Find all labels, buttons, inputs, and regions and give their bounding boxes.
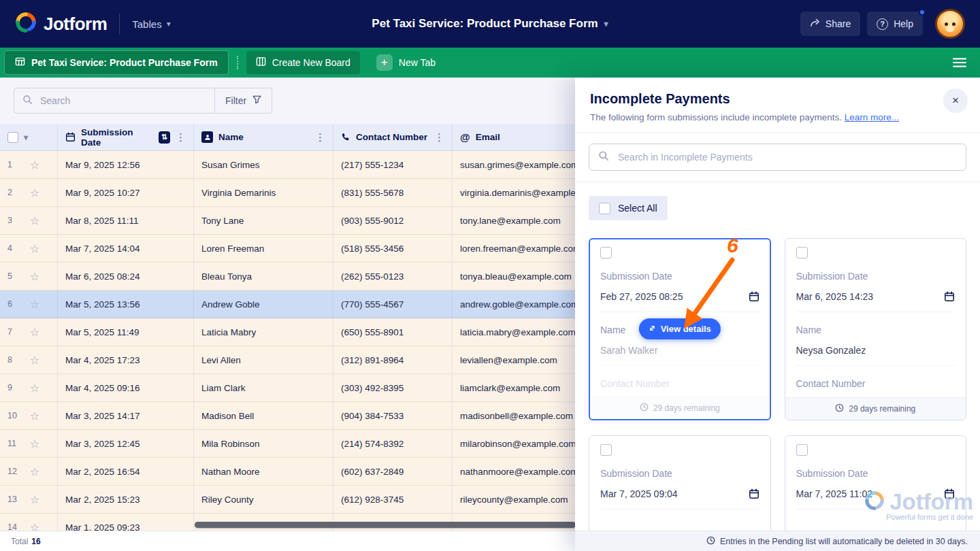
row-number: 13 — [7, 495, 20, 504]
cell-name: Bleau Tonya — [194, 263, 333, 290]
help-button[interactable]: ? Help — [867, 12, 923, 36]
star-icon[interactable]: ☆ — [30, 437, 39, 450]
card-checkbox[interactable] — [600, 247, 612, 258]
view-details-button[interactable]: View details — [639, 318, 721, 339]
card-expiry-footer: 29 days remaining — [590, 397, 770, 419]
form-title-dropdown[interactable]: Pet Taxi Service: Product Purchase Form … — [372, 17, 608, 31]
payment-card[interactable]: Submission Date Feb 27, 2025 08:25 Name — [589, 238, 771, 420]
star-icon[interactable]: ☆ — [30, 465, 39, 478]
calendar-icon — [944, 291, 955, 302]
row-select-cell: 6 ☆ — [0, 290, 58, 318]
new-tab-button[interactable]: + New Tab — [367, 51, 445, 74]
jotform-logo[interactable]: Jotform — [15, 12, 107, 36]
close-icon[interactable]: × — [943, 88, 968, 113]
filter-button[interactable]: Filter — [215, 88, 272, 114]
cell-contact-number: (217) 555-1234 — [333, 151, 453, 178]
panel-subtitle: The following form submissions include i… — [590, 112, 965, 122]
nav-tables-dropdown[interactable]: Tables ▾ — [132, 18, 170, 30]
field-value-date: Mar 6, 2025 14:23 — [796, 291, 956, 312]
cell-contact-number: (904) 384-7533 — [333, 402, 453, 429]
select-all-control[interactable]: Select All — [589, 196, 668, 220]
star-icon[interactable]: ☆ — [30, 158, 39, 171]
tab-active-board[interactable]: Pet Taxi Service: Product Purchase Form — [4, 50, 229, 75]
view-details-label: View details — [661, 324, 711, 334]
cell-name: Liam Clark — [194, 374, 333, 401]
star-icon[interactable]: ☆ — [30, 326, 39, 339]
cell-contact-number: (262) 555-0123 — [333, 263, 453, 290]
calendar-icon — [749, 488, 760, 499]
active-tab-label: Pet Taxi Service: Product Purchase Form — [31, 57, 218, 68]
days-remaining: 29 days remaining — [849, 404, 915, 414]
learn-more-link[interactable]: Learn more... — [845, 112, 899, 122]
field-value-date: Mar 7, 2025 11:02 — [796, 488, 956, 510]
sort-indicator[interactable]: ⇅ — [159, 131, 170, 144]
nav-tables-label: Tables — [132, 18, 161, 30]
column-header-submission-date[interactable]: Submission Date ⇅ ⋮ — [58, 124, 194, 150]
cell-name: Nathan Moore — [194, 458, 333, 485]
cell-contact-number: (303) 492-8395 — [333, 374, 453, 401]
star-icon[interactable]: ☆ — [30, 382, 39, 395]
card-checkbox[interactable] — [600, 444, 612, 456]
header-checkbox[interactable] — [7, 132, 18, 143]
star-icon[interactable]: ☆ — [30, 410, 39, 422]
avatar[interactable] — [935, 9, 965, 39]
board-menu-button[interactable] — [949, 56, 970, 69]
payment-card[interactable]: Submission Date Mar 6, 2025 14:23 Name N… — [785, 238, 967, 420]
row-number: 12 — [7, 467, 20, 476]
column-header-name[interactable]: Name ⋮ — [194, 124, 333, 150]
panel-search[interactable] — [589, 144, 966, 171]
calendar-icon — [65, 132, 76, 142]
select-all-checkbox[interactable] — [599, 203, 610, 214]
row-select-cell: 11 ☆ — [0, 430, 58, 457]
row-select-cell: 13 ☆ — [0, 486, 58, 513]
column-header-contact-number[interactable]: Contact Number ⋮ — [333, 124, 453, 150]
row-select-cell: 3 ☆ — [0, 207, 58, 234]
row-number: 3 — [7, 216, 20, 225]
share-button[interactable]: Share — [800, 12, 860, 36]
row-number: 2 — [7, 188, 20, 197]
question-icon: ? — [877, 18, 888, 30]
star-icon[interactable]: ☆ — [30, 214, 39, 227]
star-icon[interactable]: ☆ — [30, 270, 39, 283]
row-number: 10 — [7, 411, 20, 420]
horizontal-scrollbar[interactable] — [195, 522, 576, 528]
cell-submission-date: Mar 7, 2025 14:04 — [58, 235, 194, 262]
panel-search-input[interactable] — [617, 151, 957, 163]
clock-icon — [706, 536, 715, 547]
share-icon — [810, 18, 820, 29]
star-icon[interactable]: ☆ — [30, 186, 39, 199]
payment-card[interactable]: Submission Date Mar 7, 2025 11:02 — [785, 435, 967, 531]
cell-contact-number: (650) 555-8901 — [333, 318, 453, 346]
star-icon[interactable]: ☆ — [30, 354, 39, 367]
field-label-date: Submission Date — [600, 468, 760, 479]
column-menu-icon[interactable]: ⋮ — [176, 131, 186, 144]
star-icon[interactable]: ☆ — [30, 242, 39, 255]
panel-footer-note: Entries in the Pending list will automat… — [575, 531, 980, 551]
cell-contact-number: (602) 637-2849 — [333, 458, 453, 485]
clock-icon — [835, 403, 844, 414]
cell-contact-number: (903) 555-9012 — [333, 207, 453, 234]
panel-title: Incomplete Payments — [590, 91, 965, 107]
cell-submission-date: Mar 3, 2025 12:45 — [58, 430, 194, 457]
incomplete-payments-panel: Incomplete Payments The following form s… — [575, 78, 980, 551]
board-tab-bar: Pet Taxi Service: Product Purchase Form … — [0, 48, 980, 78]
row-number: 1 — [7, 160, 20, 169]
clock-icon — [640, 403, 649, 414]
column-menu-icon[interactable]: ⋮ — [434, 131, 444, 144]
cell-submission-date: Mar 6, 2025 08:24 — [58, 263, 194, 290]
card-checkbox[interactable] — [796, 247, 808, 258]
payment-card[interactable]: Submission Date Mar 7, 2025 09:04 — [589, 435, 771, 531]
phone-icon — [341, 133, 350, 142]
cell-contact-number: (612) 928-3745 — [333, 486, 453, 513]
cell-submission-date: Mar 5, 2025 13:56 — [58, 290, 194, 318]
create-new-board-button[interactable]: Create New Board — [246, 51, 360, 74]
star-icon[interactable]: ☆ — [30, 493, 39, 506]
star-icon[interactable]: ☆ — [30, 298, 39, 311]
cell-contact-number: (770) 555-4567 — [333, 290, 453, 318]
table-search[interactable] — [14, 88, 215, 114]
table-search-input[interactable] — [39, 95, 206, 107]
card-checkbox[interactable] — [796, 444, 808, 456]
select-all-header[interactable]: ▾ — [0, 124, 58, 150]
cell-name: Riley County — [194, 486, 333, 513]
column-menu-icon[interactable]: ⋮ — [315, 131, 325, 144]
